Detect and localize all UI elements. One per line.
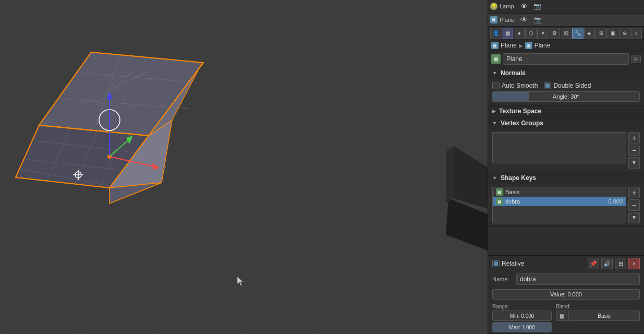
sk-dobra-icon: ▦ bbox=[496, 198, 503, 205]
cam-btn[interactable]: 📷 bbox=[532, 14, 543, 26]
auto-smooth-label: Auto Smooth bbox=[502, 82, 538, 89]
shape-keys-title: Shape Keys bbox=[501, 174, 536, 182]
vg-move-btn[interactable]: ▼ bbox=[628, 157, 640, 169]
range-min-text: Min: 0.000 bbox=[496, 313, 548, 319]
sk-basis-name: Basis bbox=[505, 189, 623, 195]
shape-key-name-input[interactable] bbox=[516, 273, 640, 285]
panel-object-header: 💡 Lamp 👁 📷 bbox=[488, 0, 644, 14]
shape-key-extra-area bbox=[488, 226, 644, 255]
texture-space-title: Texture Space bbox=[499, 108, 541, 115]
shape-key-name-row: Name: bbox=[488, 271, 644, 287]
range-blend-row: Range: Min: 0.000 Max: 1.000 Blend: ▦ bbox=[488, 302, 644, 333]
tool-extra-btn[interactable]: ⊕ bbox=[619, 28, 630, 39]
auto-smooth-item: Auto Smooth bbox=[492, 82, 538, 89]
tool-uv-btn[interactable]: ⊞ bbox=[596, 28, 606, 39]
lamp-label: Lamp bbox=[500, 3, 514, 9]
range-max-text: Max: 1.000 bbox=[496, 325, 548, 330]
shape-key-buttons: + − ▼ bbox=[628, 187, 640, 223]
breadcrumb-plane-mesh[interactable]: Plane bbox=[534, 42, 551, 49]
sk-move-down-btn[interactable]: ▼ bbox=[628, 212, 640, 223]
angle-value: Angle: 30° bbox=[497, 93, 635, 100]
tool-particle-btn[interactable]: ✦ bbox=[537, 28, 548, 39]
vertex-groups-section: ▼ Vertex Groups + − ▼ bbox=[488, 117, 644, 172]
blend-label: Blend: bbox=[556, 304, 640, 309]
vertex-groups-header[interactable]: ▼ Vertex Groups bbox=[488, 117, 644, 129]
vertex-groups-content: + − ▼ bbox=[488, 129, 644, 172]
vertex-group-buttons: + − ▼ bbox=[628, 132, 640, 169]
relative-checkbox[interactable] bbox=[492, 260, 500, 267]
tool-texture-btn[interactable]: ⬡ bbox=[525, 28, 536, 39]
normals-section: ▼ Normals Auto Smooth Double Sided Angle… bbox=[488, 67, 644, 105]
shape-key-options-row: Relative 📌 🔊 ⊞ × bbox=[488, 255, 644, 271]
visibility-toggle[interactable]: 👁 bbox=[518, 1, 530, 12]
range-label: Range: bbox=[492, 304, 552, 309]
normals-arrow: ▼ bbox=[492, 70, 497, 76]
breadcrumb-plane-obj[interactable]: Plane bbox=[501, 42, 517, 49]
sk-grid-btn[interactable]: ⊞ bbox=[615, 258, 626, 269]
fake-user-badge[interactable]: F bbox=[631, 55, 641, 63]
shape-key-list[interactable]: ▦ Basis ▦ dobra 0.000 bbox=[492, 187, 626, 223]
mesh-name-input[interactable] bbox=[503, 53, 629, 65]
shape-key-value-slider[interactable]: Value: 0.000 bbox=[492, 289, 640, 300]
value-slider-row: Value: 0.000 bbox=[488, 287, 644, 302]
vertex-groups-arrow: ▼ bbox=[492, 121, 497, 126]
sk-basis-icon: ▦ bbox=[496, 188, 503, 196]
mesh-icon-top: ▦ bbox=[490, 16, 497, 23]
vertex-group-list[interactable] bbox=[492, 132, 626, 163]
tool-mesh-btn[interactable]: ▦ bbox=[502, 28, 513, 39]
blend-icon: ▦ bbox=[556, 311, 567, 321]
range-min-slider[interactable]: Min: 0.000 bbox=[492, 311, 552, 321]
blend-col: Blend: ▦ bbox=[556, 304, 640, 332]
tool-constraint-btn[interactable]: ⛓ bbox=[561, 28, 572, 39]
sk-delete-btn[interactable]: × bbox=[628, 258, 640, 269]
sk-pin-btn[interactable]: 📌 bbox=[588, 258, 599, 269]
svg-marker-60 bbox=[446, 146, 454, 204]
breadcrumb-obj-icon: ▦ bbox=[491, 42, 499, 49]
tool-shapekey-btn[interactable]: ◈ bbox=[584, 28, 595, 39]
auto-smooth-checkbox[interactable] bbox=[492, 82, 500, 89]
blend-value-row: ▦ bbox=[556, 311, 640, 321]
shape-key-dobra[interactable]: ▦ dobra 0.000 bbox=[493, 197, 626, 206]
render-toggle[interactable]: 📷 bbox=[532, 1, 543, 12]
shape-keys-content: ▦ Basis ▦ dobra 0.000 + − ▼ bbox=[488, 184, 644, 226]
texture-space-arrow: ▶ bbox=[492, 109, 496, 114]
relative-checkbox-group: Relative bbox=[492, 260, 586, 267]
sk-speaker-btn[interactable]: 🔊 bbox=[601, 258, 613, 269]
tool-physics-btn[interactable]: ⚙ bbox=[549, 28, 560, 39]
lamp-icon: 💡 bbox=[490, 3, 497, 10]
sk-dobra-name: dobra bbox=[505, 198, 608, 205]
properties-toolbar: 👤 ▦ ● ⬡ ✦ ⚙ ⛓ 🔧 ◈ ⊞ ▣ ⊕ ≡ bbox=[488, 27, 644, 40]
normals-checkbox-row: Auto Smooth Double Sided bbox=[492, 82, 640, 89]
vg-add-btn[interactable]: + bbox=[628, 132, 640, 144]
breadcrumb-mesh-icon: ▦ bbox=[525, 42, 532, 49]
breadcrumb-sep: ▶ bbox=[519, 43, 523, 49]
vg-remove-btn[interactable]: − bbox=[628, 145, 640, 156]
normals-section-header[interactable]: ▼ Normals bbox=[488, 67, 644, 79]
tool-custom-btn[interactable]: ≡ bbox=[631, 28, 642, 39]
angle-slider[interactable]: Angle: 30° bbox=[492, 91, 640, 102]
tool-object-btn[interactable]: 👤 bbox=[490, 28, 501, 39]
tool-modifier-btn[interactable]: 🔧 bbox=[572, 28, 583, 39]
texture-space-header[interactable]: ▶ Texture Space bbox=[488, 105, 644, 117]
relative-label: Relative bbox=[502, 260, 524, 267]
sk-remove-btn[interactable]: − bbox=[628, 199, 640, 211]
name-label: Name: bbox=[492, 276, 513, 282]
double-sided-label: Double Sided bbox=[553, 82, 591, 89]
normals-title: Normals bbox=[501, 69, 526, 77]
tool-material-btn[interactable]: ● bbox=[514, 28, 525, 39]
shape-keys-header[interactable]: ▼ Shape Keys bbox=[488, 172, 644, 184]
eye-btn[interactable]: 👁 bbox=[518, 14, 530, 26]
shape-keys-arrow: ▼ bbox=[492, 175, 497, 181]
texture-space-section: ▶ Texture Space bbox=[488, 105, 644, 117]
shape-keys-section: ▼ Shape Keys ▦ Basis ▦ dobra 0.000 + − ▼ bbox=[488, 172, 644, 334]
sk-add-btn[interactable]: + bbox=[628, 187, 640, 198]
range-max-slider[interactable]: Max: 1.000 bbox=[492, 322, 552, 332]
sk-dobra-value: 0.000 bbox=[608, 198, 623, 205]
plane-label-top: Plane bbox=[500, 17, 514, 23]
tool-vertex-btn[interactable]: ▣ bbox=[607, 28, 618, 39]
shape-key-basis[interactable]: ▦ Basis bbox=[493, 187, 626, 197]
viewport-3d[interactable] bbox=[0, 0, 488, 334]
name-icon: ▦ bbox=[491, 54, 501, 64]
blend-value-input[interactable] bbox=[568, 311, 640, 321]
double-sided-checkbox[interactable] bbox=[544, 82, 551, 89]
